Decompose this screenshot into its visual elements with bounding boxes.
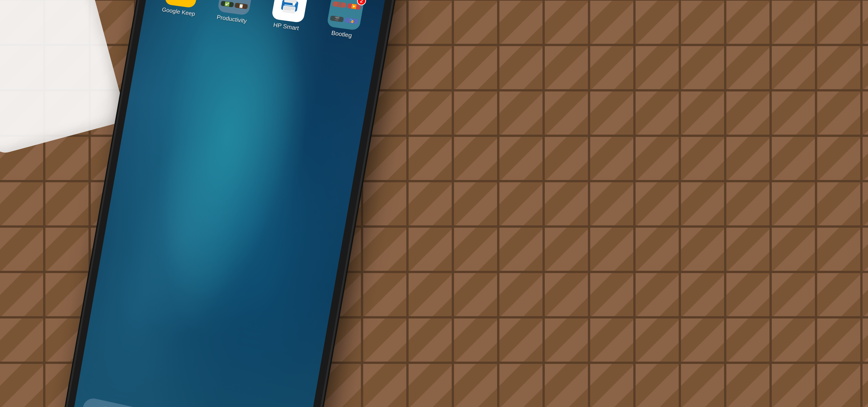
google-keep-svg (172, 0, 192, 1)
dock-phone-icon[interactable] (95, 405, 128, 407)
folder-mini-3: ✅ (220, 1, 234, 7)
bootleg-mini-4: 🎭 (344, 17, 359, 24)
bootleg-folder-icon: 2 🎵 ▶️ 🎬 🎭 (327, 0, 365, 31)
bootleg-mini-1: 🎵 (332, 1, 346, 8)
hp-smart-icon (271, 0, 308, 23)
productivity-folder-icon: 🎮 On+To Do ✅ 📋 (217, 0, 254, 15)
bootleg-mini-3: 🎬 (330, 15, 344, 22)
hp-smart-svg (275, 0, 304, 19)
app-bootleg-folder[interactable]: 2 🎵 ▶️ 🎬 🎭 Bootleg (316, 0, 373, 41)
folder-mini-4: 📋 (235, 2, 248, 9)
